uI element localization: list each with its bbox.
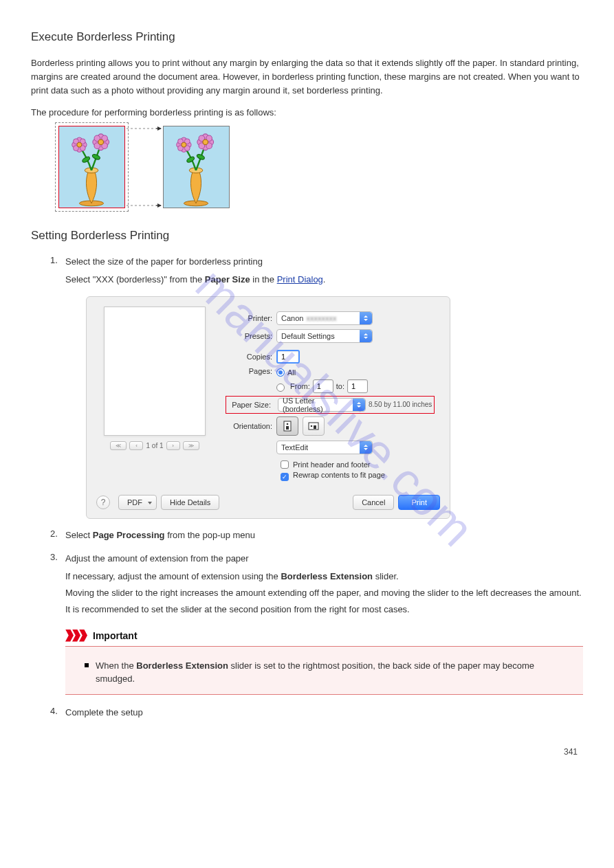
step-2-text: Select Page Processing from the pop-up m… bbox=[65, 528, 255, 542]
pages-from-radio[interactable] bbox=[276, 383, 285, 392]
intro-paragraph-2: The procedure for performing borderless … bbox=[31, 106, 583, 120]
print-header-label: Print header and footer bbox=[293, 460, 371, 469]
copies-label: Copies: bbox=[226, 353, 276, 361]
step-2-number: 2. bbox=[50, 528, 61, 542]
print-header-checkbox[interactable] bbox=[281, 460, 289, 469]
page-number: 341 bbox=[31, 747, 578, 757]
printer-select[interactable]: Canon xxxxxxxx bbox=[276, 311, 373, 325]
hide-details-button[interactable]: Hide Details bbox=[161, 495, 219, 510]
pager-label: 1 of 1 bbox=[146, 442, 163, 449]
step-4-text: Complete the setup bbox=[65, 706, 143, 720]
pager-first-icon[interactable]: ≪ bbox=[110, 441, 127, 450]
dropdown-arrows-icon bbox=[360, 330, 372, 342]
bullet-icon bbox=[85, 663, 89, 667]
pages-from-label: From: bbox=[290, 382, 310, 390]
illustration-before bbox=[58, 126, 125, 208]
pages-all-radio[interactable] bbox=[276, 368, 285, 377]
print-button[interactable]: Print bbox=[398, 495, 440, 510]
dropdown-arrows-icon bbox=[353, 399, 365, 411]
paper-size-select[interactable]: US Letter (borderless) bbox=[278, 398, 366, 412]
step-3-title: Adjust the amount of extension from the … bbox=[65, 552, 583, 566]
orientation-landscape-button[interactable] bbox=[303, 416, 325, 436]
step-3-paragraph-2: Moving the slider to the right increases… bbox=[65, 586, 583, 600]
intro-paragraph-1: Borderless printing allows you to print … bbox=[31, 56, 583, 98]
step-3-paragraph-1: If necessary, adjust the amount of exten… bbox=[65, 570, 583, 583]
svg-point-21 bbox=[98, 140, 104, 145]
presets-label: Presets: bbox=[226, 332, 276, 340]
page-heading: Execute Borderless Printing bbox=[31, 30, 583, 44]
paper-size-highlight: Paper Size: US Letter (borderless) 8.50 … bbox=[226, 396, 435, 414]
pager-next-icon[interactable]: › bbox=[166, 441, 180, 450]
copies-input[interactable] bbox=[276, 350, 300, 364]
illustration-after bbox=[163, 126, 230, 208]
svg-point-12 bbox=[77, 142, 82, 147]
app-popup-select[interactable]: TextEdit bbox=[276, 441, 373, 454]
svg-point-29 bbox=[196, 153, 205, 160]
dropdown-arrows-icon bbox=[360, 312, 372, 324]
section-heading-setting: Setting Borderless Printing bbox=[31, 229, 583, 243]
step-3-number: 3. bbox=[50, 552, 61, 695]
step-4-number: 4. bbox=[50, 706, 61, 720]
printer-label: Printer: bbox=[226, 314, 276, 322]
pages-to-label: to: bbox=[336, 382, 344, 390]
step-1-title: Select the size of the paper for borderl… bbox=[65, 255, 325, 269]
svg-point-49 bbox=[287, 423, 289, 425]
pager-prev-icon[interactable]: ‹ bbox=[129, 441, 143, 450]
orientation-portrait-button[interactable] bbox=[276, 416, 298, 436]
preview-pager: ≪ ‹ 1 of 1 › ≫ bbox=[110, 441, 199, 450]
important-header: Important bbox=[65, 630, 583, 642]
important-note: When the Borderless Extension slider is … bbox=[65, 646, 583, 695]
paper-size-dimensions: 8.50 by 11.00 inches bbox=[369, 401, 432, 408]
pages-label: Pages: bbox=[226, 367, 276, 375]
step-1-instruction: Select "XXX (borderless)" from the Paper… bbox=[65, 273, 325, 287]
pages-all-label: All bbox=[287, 368, 296, 377]
step-3-paragraph-3: It is recommended to set the slider at t… bbox=[65, 603, 583, 616]
rewrap-label: Rewrap contents to fit page bbox=[293, 471, 385, 479]
svg-point-3 bbox=[91, 153, 100, 160]
print-dialog-screenshot: ≪ ‹ 1 of 1 › ≫ Printer: Canon xxxxxxxx bbox=[86, 296, 450, 519]
borderless-illustration bbox=[58, 126, 583, 208]
cancel-button[interactable]: Cancel bbox=[353, 495, 394, 510]
step-1-number: 1. bbox=[50, 255, 61, 289]
pager-last-icon[interactable]: ≫ bbox=[183, 441, 199, 450]
chevrons-icon bbox=[65, 630, 86, 642]
pages-from-input[interactable] bbox=[313, 379, 333, 393]
svg-point-47 bbox=[203, 140, 208, 145]
presets-select[interactable]: Default Settings bbox=[276, 329, 373, 343]
help-button[interactable]: ? bbox=[96, 496, 110, 509]
print-dialog-link[interactable]: Print Dialog bbox=[277, 274, 323, 285]
important-label: Important bbox=[93, 630, 138, 641]
dropdown-arrows-icon bbox=[360, 441, 372, 454]
rewrap-checkbox[interactable]: ✓ bbox=[281, 473, 289, 481]
orientation-label: Orientation: bbox=[226, 422, 276, 430]
transform-arrows bbox=[125, 126, 163, 208]
pdf-dropdown-button[interactable]: PDF bbox=[118, 495, 157, 510]
print-preview-page bbox=[104, 307, 206, 436]
pages-to-input[interactable] bbox=[347, 379, 368, 393]
important-note-text: When the Borderless Extension slider is … bbox=[96, 659, 572, 686]
svg-point-38 bbox=[182, 142, 186, 147]
paper-size-label: Paper Size: bbox=[228, 401, 275, 409]
svg-point-51 bbox=[311, 425, 313, 427]
